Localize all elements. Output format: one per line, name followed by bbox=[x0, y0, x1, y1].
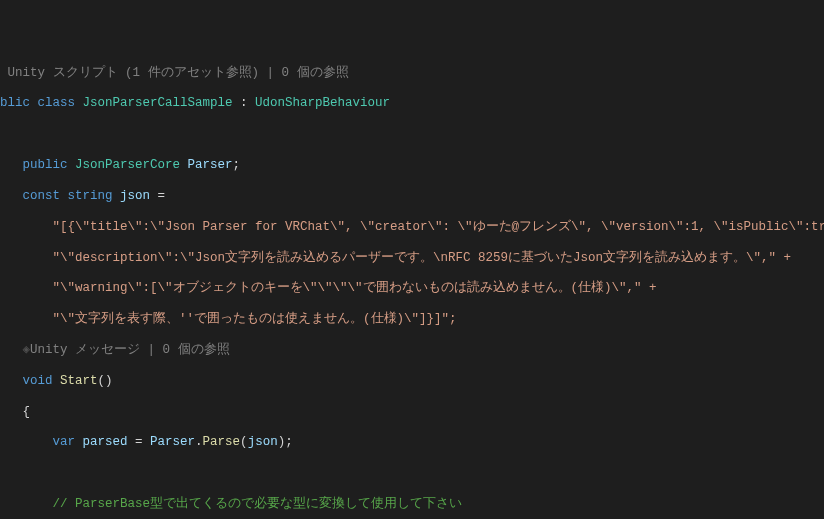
codelens-start[interactable]: ◈Unity メッセージ | 0 個の参照 bbox=[0, 343, 824, 358]
codelens-class[interactable]: Unity スクリプト (1 件のアセット参照) | 0 個の参照 bbox=[0, 66, 824, 81]
unity-icon: ◈ bbox=[23, 343, 31, 357]
start-method: void Start() bbox=[0, 374, 824, 389]
class-declaration: blic class JsonParserCallSample : UdonSh… bbox=[0, 96, 824, 111]
blank bbox=[0, 127, 824, 142]
json-string-line-2: "\"description\":\"Json文字列を読み込めるパーザーです。\… bbox=[0, 251, 824, 266]
json-string-line-3: "\"warning\":[\"オブジェクトのキーを\"\"\"\"で囲わないも… bbox=[0, 281, 824, 296]
parser-field: public JsonParserCore Parser; bbox=[0, 158, 824, 173]
comment-1: // ParserBase型で出てくるので必要な型に変換して使用して下さい bbox=[0, 497, 824, 512]
blank bbox=[0, 466, 824, 481]
parsed-var: var parsed = Parser.Parse(json); bbox=[0, 435, 824, 450]
brace-open: { bbox=[0, 405, 824, 420]
json-string-line-4: "\"文字列を表す際、''で囲ったものは使えません。(仕様)\"]}]"; bbox=[0, 312, 824, 327]
json-field-decl: const string json = bbox=[0, 189, 824, 204]
json-string-line-1: "[{\"title\":\"Json Parser for VRChat\",… bbox=[0, 220, 824, 235]
